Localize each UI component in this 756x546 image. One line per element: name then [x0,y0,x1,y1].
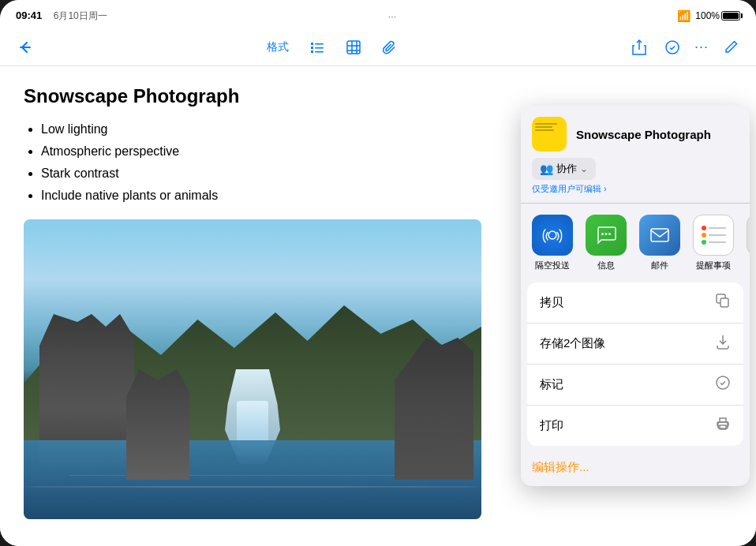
mail-icon [639,215,680,256]
share-note-info: Snowscape Photograph [576,128,711,141]
collab-label: 协作 [556,162,577,176]
copy-icon [715,293,731,312]
action-copy-label: 拷贝 [540,295,563,310]
markup-action-icon [715,375,731,395]
airdrop-icon [532,215,573,256]
action-markup[interactable]: 标记 [527,365,743,406]
save-icon [715,334,731,353]
collab-button[interactable]: 👥 协作 ⌄ [532,158,596,180]
mail-label: 邮件 [651,260,668,271]
share-app-messages[interactable]: 信息 [582,215,630,271]
reminders-label: 提醒事项 [696,260,731,271]
action-save-label: 存储2个图像 [540,336,605,351]
share-app-airdrop[interactable]: 隔空投送 [529,215,576,271]
note-image [24,219,481,519]
collab-icon: 👥 [540,163,553,175]
table-button[interactable] [342,36,365,58]
share-actions: 拷贝 存储2个图像 [527,282,743,446]
print-icon [715,416,731,436]
markup-button[interactable] [661,36,683,58]
toolbar-left [14,36,36,58]
status-bar: 09:41 6月10日周一 ··· 📶 100% [0,0,756,28]
reminders-icon [693,215,734,256]
collab-row: 👥 协作 ⌄ [521,158,750,183]
action-copy[interactable]: 拷贝 [527,282,743,323]
status-indicators: 📶 100% [677,9,740,22]
svg-point-13 [666,41,679,54]
svg-rect-20 [720,298,728,307]
battery-indicator: 100% [695,10,740,21]
permission-text[interactable]: 仅受邀用户可编辑 › [521,183,750,203]
toolbar-right: ··· [628,36,742,58]
note-thumbnail [532,117,567,151]
status-dots: ··· [388,10,397,22]
share-apps-row: 隔空投送 信息 [521,204,750,282]
messages-label: 信息 [597,260,615,271]
share-panel: Snowscape Photograph 👥 协作 ⌄ 仅受邀用户可编辑 › [521,106,750,486]
svg-point-14 [548,231,556,239]
svg-point-16 [605,233,608,235]
back-button[interactable] [14,36,36,58]
status-time: 09:41 6月10日周一 [16,9,107,23]
share-overlay: Snowscape Photograph 👥 协作 ⌄ 仅受邀用户可编辑 › [519,66,756,546]
svg-rect-5 [311,50,313,53]
action-save-images[interactable]: 存储2个图像 [527,323,743,365]
svg-rect-2 [315,43,324,45]
edit-button[interactable] [720,36,742,58]
share-note-title: Snowscape Photograph [576,128,711,141]
svg-point-15 [601,233,604,235]
messages-icon [586,215,627,256]
svg-rect-4 [315,47,324,49]
action-markup-label: 标记 [540,377,563,392]
wifi-icon: 📶 [677,9,691,22]
share-app-reminders[interactable]: 提醒事项 [690,215,737,271]
airdrop-label: 隔空投送 [535,260,570,271]
toolbar-center: 格式 [264,36,401,58]
svg-point-21 [717,376,729,389]
attach-button[interactable] [379,36,401,58]
edit-actions-button[interactable]: 编辑操作... [521,452,601,486]
format-button[interactable]: 格式 [264,36,292,58]
toolbar: 格式 [0,28,756,66]
ipad-frame: 09:41 6月10日周一 ··· 📶 100% [0,0,756,546]
svg-rect-23 [720,425,726,429]
action-print[interactable]: 打印 [527,406,743,446]
content-area: Snowscape Photograph Low lighting Atmosp… [0,66,756,546]
svg-rect-1 [311,43,313,45]
collab-arrow-icon: ⌄ [580,163,588,174]
svg-rect-3 [311,47,313,49]
battery-icon [721,11,740,21]
list-button[interactable] [306,36,328,58]
action-print-label: 打印 [540,418,563,433]
svg-rect-7 [347,41,360,54]
share-app-more[interactable]: 无… [743,215,750,271]
svg-point-17 [608,233,611,235]
svg-rect-6 [315,51,324,53]
svg-rect-18 [651,229,668,241]
more-button[interactable]: ··· [694,36,709,58]
share-button[interactable] [628,36,650,58]
more-app-icon [747,215,750,256]
share-panel-header: Snowscape Photograph [521,106,750,158]
share-app-mail[interactable]: 邮件 [636,215,683,271]
